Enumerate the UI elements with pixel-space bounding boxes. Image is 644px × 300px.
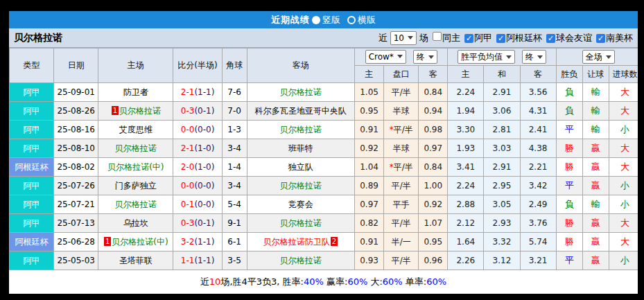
result-handicap-cell: 輸 [582,121,609,139]
mean-home-cell: 1.94 [448,102,484,121]
mean-draw-cell: 2.93 [484,214,520,233]
handicap-value: 平/半 [392,87,411,97]
handicap-cell: 平/半 [384,252,419,270]
handicap-value: 半球 [393,143,410,153]
away-team-cell: 贝尔格拉诺 [247,177,354,195]
away-team-cell: 贝尔格拉诺防卫队2 [247,233,354,252]
score-cell: 0-3(0-1) [173,102,222,121]
halftime-score: (0-1) [194,106,214,116]
home-odds-cell: 0.89 [355,177,384,195]
match-row: 阿甲25-08-10贝尔格拉诺2-1(1-0)3-4班菲特0.92半球0.971… [10,139,638,158]
vertical-layout-label[interactable]: 竖版 [322,14,340,26]
halftime-score: (0-0) [194,125,214,134]
competition-checkbox-label-0[interactable]: 同主 [442,33,460,43]
date-cell: 25-07-21 [54,195,98,214]
score-cell: 2-0(1-0) [173,158,222,177]
fulltime-score: 2-1 [181,143,195,153]
handicap-cell: 半球 [384,102,419,121]
handicap-value: 平/半 [394,162,413,172]
result-handicap-cell: 贏 [582,252,609,270]
competition-checkbox-label-1[interactable]: 阿甲 [474,33,492,43]
result-handicap-cell: 輸 [582,83,609,102]
home-odds-cell: 0.97 [355,195,384,214]
away-odds-cell: 0.96 [419,252,448,270]
mean-type-select[interactable]: 胜平负均值 [458,50,515,64]
home-team-cell: 贝尔格拉诺(中) [98,158,173,177]
home-odds-cell: 0.93 [355,252,384,270]
odds-time-select[interactable]: 终 [413,50,437,64]
competition-checkbox-4[interactable]: ✓ [596,34,605,43]
result-wdl-cell: 勝 [556,158,582,177]
competition-checkbox-label-2[interactable]: 阿根廷杯 [506,33,542,43]
corners-cell: 3-4 [222,139,247,158]
horizontal-layout-radio[interactable] [347,16,356,24]
home-team-name: 贝尔格拉诺 [115,200,157,209]
col-header-goals-result: 进球数 [609,66,638,83]
home-odds-cell: 1.05 [355,83,384,102]
home-team-cell: 圣塔菲联 [98,252,173,270]
competition-checkbox-label-4[interactable]: 南美杯 [606,33,633,43]
mean-away-cell: 2.21 [520,158,556,177]
corners-cell: 3-4 [222,177,247,195]
result-goals-cell: 大 [609,214,638,233]
col-header-mean-home: 主 [448,66,484,83]
date-cell: 25-09-01 [54,83,98,102]
bookmaker-select[interactable]: Crow* [365,50,406,64]
away-team-name: 独立队 [288,162,313,172]
halftime-score: (0-0) [194,181,214,191]
corners-cell: 1-3 [222,121,247,139]
result-goals-cell: 小 [609,121,638,139]
date-cell: 25-06-28 [54,233,98,252]
halftime-score: (1-1) [194,237,214,247]
mean-draw-cell: 2.95 [484,177,520,195]
result-handicap-cell: 贏 [582,214,609,233]
corners-cell: 3-5 [222,252,247,270]
summary-text: 近10场,胜4平3负3, 胜率:40% 赢率:60% 大:60% 单率:60% [200,276,446,288]
team-name: 贝尔格拉诺 [14,32,62,44]
mean-away-cell: 4.38 [520,139,556,158]
vertical-layout-radio[interactable] [312,16,320,24]
away-team-cell: 科尔多瓦圣地亚哥中央队 [247,102,354,121]
mean-draw-cell: 3.03 [484,139,520,158]
handicap-value: 平手 [393,200,410,209]
mean-time-select[interactable]: 终 [522,50,546,64]
home-odds-cell: 0.95 [355,102,384,121]
away-odds-cell: 1.00 [419,177,448,195]
fulltime-score: 3-2 [181,237,195,247]
result-handicap-cell: 贏 [582,233,609,252]
away-team-name: 贝尔格拉诺 [280,181,322,191]
competition-checkbox-label-3[interactable]: 球会友谊 [556,33,592,43]
chevron-down-icon [537,55,543,59]
mean-away-cell: 3.21 [520,252,556,270]
home-team-cell: 贝尔格拉诺 [98,139,173,158]
competition-checkbox-0[interactable] [433,32,442,41]
result-group-header: 全场 [556,48,638,66]
col-header-corners: 角球 [222,48,247,83]
recent-results-panel: 近期战绩 竖版 横版 贝尔格拉诺 近 10 场 同主✓阿甲✓阿根廷杯✓球会友谊✓… [9,11,638,294]
mean-group-header: 胜平负均值 终 [448,48,556,66]
col-header-odds-away: 客 [419,66,448,83]
result-goals-cell: 大 [609,139,638,158]
away-odds-cell: 0.94 [419,102,448,121]
home-odds-cell: 0.91 [355,233,384,252]
competition-checkbox-3[interactable]: ✓ [546,34,555,43]
competition-checkbox-1[interactable]: ✓ [464,34,473,43]
match-count-select[interactable]: 10 [390,31,417,45]
league-cell: 阿根廷杯 [10,233,54,252]
match-row: 阿甲25-07-13乌拉坎0-3(0-1)9-1贝尔格拉诺0.82平/半1.07… [10,214,638,233]
away-team-name: 贝尔格拉诺 [280,125,322,134]
competition-checkbox-2[interactable]: ✓ [496,34,505,43]
score-cell: 0-3(0-1) [173,214,222,233]
away-team-name: 竞赛会 [288,200,313,209]
home-odds-cell: 0.91 [355,121,384,139]
result-handicap-cell: 輸 [582,102,609,121]
league-cell: 阿根廷杯 [10,158,54,177]
corners-cell: 1-4 [222,158,247,177]
league-cell: 阿甲 [10,177,54,195]
score-cell: 0-0(0-0) [173,177,222,195]
scope-select[interactable]: 全场 [582,50,615,64]
mean-draw-cell: 3.12 [484,252,520,270]
league-cell: 阿甲 [10,102,54,121]
horizontal-layout-label[interactable]: 横版 [358,14,376,26]
mean-away-cell: 3.42 [520,177,556,195]
